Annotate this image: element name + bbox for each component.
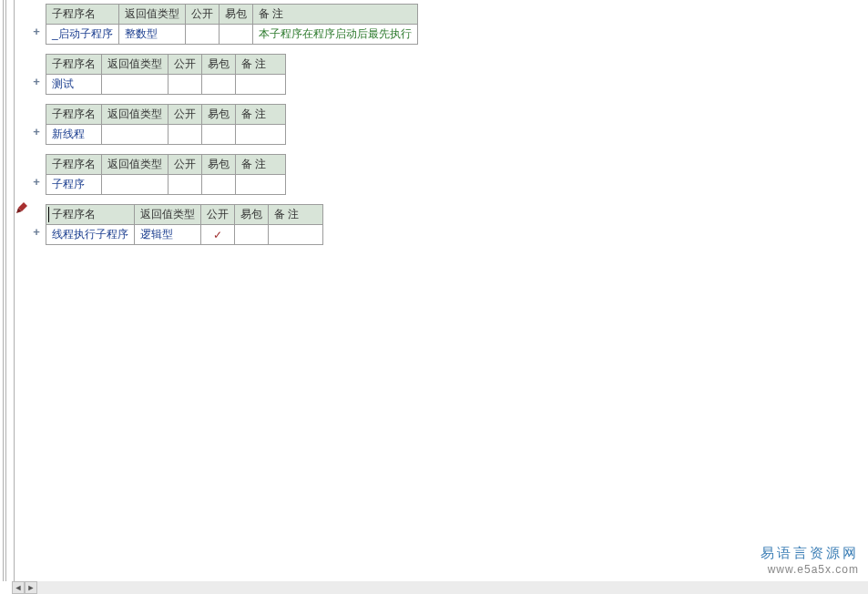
col-package: 易包 bbox=[235, 205, 269, 225]
col-name: 子程序名 bbox=[46, 105, 102, 125]
expand-icon[interactable]: + bbox=[31, 176, 42, 189]
table-row[interactable]: _启动子程序 整数型 本子程序在程序启动后最先执行 bbox=[46, 25, 418, 45]
cell-name[interactable]: 线程执行子程序 bbox=[46, 225, 135, 245]
subroutine-block: + 子程序名 返回值类型 公开 易包 备 注 测试 bbox=[46, 54, 868, 95]
table-row[interactable]: 线程执行子程序 逻辑型 ✓ bbox=[46, 225, 323, 245]
col-name[interactable]: 子程序名 bbox=[46, 205, 135, 225]
col-package: 易包 bbox=[202, 155, 236, 175]
table-row[interactable]: 子程序 bbox=[46, 175, 286, 195]
subroutine-table[interactable]: 子程序名 返回值类型 公开 易包 备 注 测试 bbox=[46, 54, 286, 95]
cell-remark[interactable] bbox=[269, 225, 323, 245]
scroll-left-button[interactable]: ◄ bbox=[12, 581, 25, 594]
watermark: 易语言资源网 www.e5a5x.com bbox=[761, 545, 859, 576]
cell-public[interactable]: ✓ bbox=[201, 225, 235, 245]
col-public: 公开 bbox=[168, 105, 202, 125]
col-return-type: 返回值类型 bbox=[102, 155, 168, 175]
cell-package[interactable] bbox=[202, 75, 236, 95]
col-public: 公开 bbox=[168, 55, 202, 75]
cell-public[interactable] bbox=[168, 125, 202, 145]
cell-name[interactable]: 子程序 bbox=[46, 175, 102, 195]
col-name: 子程序名 bbox=[46, 55, 102, 75]
col-package: 易包 bbox=[202, 55, 236, 75]
subroutine-block: + 子程序名 返回值类型 公开 易包 备 注 子程序 bbox=[46, 154, 868, 195]
col-name: 子程序名 bbox=[46, 5, 119, 25]
horizontal-scrollbar[interactable]: ◄ ► bbox=[12, 581, 868, 594]
table-row[interactable]: 新线程 bbox=[46, 125, 286, 145]
ruler-line bbox=[14, 0, 15, 581]
col-package: 易包 bbox=[202, 105, 236, 125]
subroutine-table[interactable]: 子程序名 返回值类型 公开 易包 备 注 线程执行子程序 逻辑型 ✓ bbox=[46, 204, 323, 245]
subroutine-table[interactable]: 子程序名 返回值类型 公开 易包 备 注 新线程 bbox=[46, 104, 286, 145]
cell-remark[interactable]: 本子程序在程序启动后最先执行 bbox=[252, 25, 417, 45]
cell-name[interactable]: 测试 bbox=[46, 75, 102, 95]
col-return-type: 返回值类型 bbox=[118, 5, 185, 25]
cell-public[interactable] bbox=[185, 25, 219, 45]
cell-package[interactable] bbox=[219, 25, 252, 45]
subroutine-table[interactable]: 子程序名 返回值类型 公开 易包 备 注 子程序 bbox=[46, 154, 286, 195]
cell-remark[interactable] bbox=[236, 125, 286, 145]
subroutine-block: + 子程序名 返回值类型 公开 易包 备 注 线程执行子程序 逻辑型 ✓ bbox=[46, 204, 868, 245]
subroutine-block: + 子程序名 返回值类型 公开 易包 备 注 新线程 bbox=[46, 104, 868, 145]
cell-name[interactable]: 新线程 bbox=[46, 125, 102, 145]
ruler-line bbox=[5, 0, 6, 581]
cell-remark[interactable] bbox=[236, 175, 286, 195]
watermark-title: 易语言资源网 bbox=[761, 545, 859, 562]
editor-viewport: + 子程序名 返回值类型 公开 易包 备 注 _启动子程序 整数型 本子程序在程… bbox=[0, 0, 868, 594]
cell-public[interactable] bbox=[168, 75, 202, 95]
cell-package[interactable] bbox=[235, 225, 269, 245]
subroutine-block: + 子程序名 返回值类型 公开 易包 备 注 _启动子程序 整数型 本子程序在程… bbox=[46, 4, 868, 45]
cell-name[interactable]: _启动子程序 bbox=[46, 25, 119, 45]
subroutine-table[interactable]: 子程序名 返回值类型 公开 易包 备 注 _启动子程序 整数型 本子程序在程序启… bbox=[46, 4, 418, 45]
col-remark: 备 注 bbox=[236, 105, 286, 125]
cell-return-type[interactable]: 逻辑型 bbox=[135, 225, 201, 245]
scroll-right-button[interactable]: ► bbox=[25, 581, 37, 594]
table-row[interactable]: 测试 bbox=[46, 75, 286, 95]
cell-return-type[interactable] bbox=[102, 175, 168, 195]
col-remark: 备 注 bbox=[236, 55, 286, 75]
cell-public[interactable] bbox=[168, 175, 202, 195]
col-return-type: 返回值类型 bbox=[102, 55, 168, 75]
watermark-url: www.e5a5x.com bbox=[761, 563, 859, 576]
ruler-line bbox=[3, 0, 4, 581]
cell-package[interactable] bbox=[202, 125, 236, 145]
col-return-type: 返回值类型 bbox=[102, 105, 168, 125]
col-public: 公开 bbox=[168, 155, 202, 175]
cell-return-type[interactable] bbox=[102, 75, 168, 95]
expand-icon[interactable]: + bbox=[31, 76, 42, 88]
expand-icon[interactable]: + bbox=[31, 226, 42, 239]
col-public: 公开 bbox=[201, 205, 235, 225]
col-remark: 备 注 bbox=[252, 5, 417, 25]
col-remark: 备 注 bbox=[236, 155, 286, 175]
cell-package[interactable] bbox=[202, 175, 236, 195]
edit-icon bbox=[15, 202, 27, 215]
code-content: + 子程序名 返回值类型 公开 易包 备 注 _启动子程序 整数型 本子程序在程… bbox=[46, 4, 868, 254]
col-return-type: 返回值类型 bbox=[135, 205, 201, 225]
col-remark: 备 注 bbox=[269, 205, 323, 225]
col-name: 子程序名 bbox=[46, 155, 102, 175]
expand-icon[interactable]: + bbox=[31, 126, 42, 138]
col-public: 公开 bbox=[185, 5, 219, 25]
col-package: 易包 bbox=[219, 5, 252, 25]
cell-return-type[interactable] bbox=[102, 125, 168, 145]
cell-return-type[interactable]: 整数型 bbox=[118, 25, 185, 45]
scrollbar-track[interactable] bbox=[37, 581, 868, 594]
expand-icon[interactable]: + bbox=[31, 26, 42, 38]
cell-remark[interactable] bbox=[236, 75, 286, 95]
